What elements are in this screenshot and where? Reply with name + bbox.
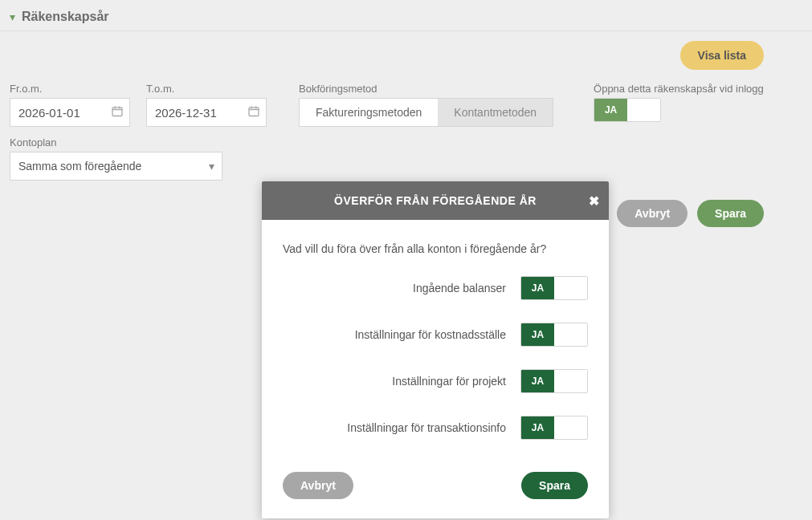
save-button[interactable]: Spara — [697, 200, 764, 227]
kontoplan-select[interactable] — [10, 152, 222, 181]
transfer-modal: ÖVERFÖR FRÅN FÖREGÅENDE ÅR ✖ Vad vill du… — [262, 181, 609, 518]
modal-cancel-button[interactable]: Avbryt — [283, 472, 353, 499]
method-invoicing-button[interactable]: Faktureringsmetoden — [300, 99, 438, 126]
method-label: Bokföringsmetod — [299, 83, 553, 95]
from-label: Fr.o.m. — [10, 83, 130, 95]
chevron-down-icon[interactable]: ▾ — [10, 10, 15, 23]
section-title: Räkenskapsår — [22, 10, 109, 24]
show-list-button[interactable]: Visa lista — [680, 41, 764, 70]
option-balances-toggle[interactable]: JA — [520, 276, 588, 300]
option-projects-toggle[interactable]: JA — [520, 369, 588, 393]
from-date-input[interactable] — [10, 98, 130, 127]
modal-save-button[interactable]: Spara — [521, 472, 588, 499]
option-balances-label: Ingående balanser — [413, 282, 506, 295]
cancel-button[interactable]: Avbryt — [617, 200, 688, 227]
option-transaction-label: Inställningar för transaktionsinfo — [347, 421, 506, 434]
option-costcenter-label: Inställningar för kostnadsställe — [355, 328, 506, 341]
to-date-input[interactable] — [146, 98, 267, 127]
toggle-off-half — [627, 99, 660, 121]
option-transaction-toggle[interactable]: JA — [520, 416, 588, 440]
toggle-on-label: JA — [594, 99, 627, 121]
bookkeeping-method-toggle[interactable]: Faktureringsmetoden Kontantmetoden — [299, 98, 553, 127]
modal-question: Vad vill du föra över från alla konton i… — [283, 242, 588, 255]
open-on-login-label: Öppna detta räkenskapsår vid inlogg — [594, 83, 764, 95]
modal-title: ÖVERFÖR FRÅN FÖREGÅENDE ÅR — [334, 194, 537, 207]
method-cash-button[interactable]: Kontantmetoden — [438, 99, 553, 126]
open-on-login-toggle[interactable]: JA — [594, 98, 661, 122]
option-costcenter-toggle[interactable]: JA — [520, 323, 588, 347]
to-label: T.o.m. — [146, 83, 267, 95]
close-icon[interactable]: ✖ — [589, 193, 600, 209]
option-projects-label: Inställningar för projekt — [392, 375, 506, 388]
kontoplan-label: Kontoplan — [10, 136, 802, 148]
